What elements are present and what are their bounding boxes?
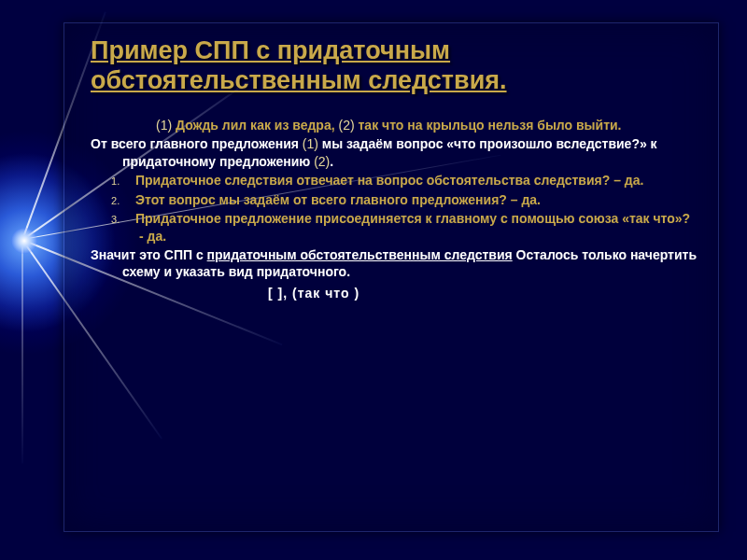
conclusion-a: Значит это СПП с [91, 247, 207, 262]
slide-title: Пример СПП с придаточным обстоятельствен… [91, 36, 698, 96]
example-sentence: (1) Дождь лил как из ведра, (2) так что … [91, 117, 698, 133]
intro-a: От всего главного предложения [91, 136, 303, 151]
slide-body: (1) Дождь лил как из ведра, (2) так что … [91, 117, 698, 302]
example-text-1: Дождь лил как из ведра, [172, 118, 338, 133]
list-item: Придаточное предложение присоединяется к… [91, 210, 698, 245]
content-frame: Пример СПП с придаточным обстоятельствен… [63, 22, 719, 532]
intro-c: . [330, 154, 333, 169]
example-text-2: так что на крыльцо нельзя было выйти. [355, 118, 622, 133]
lens-flare-decoration [0, 159, 56, 327]
conclusion-underlined: придаточным обстоятельственным следствия [207, 247, 513, 262]
schema-formula: [ ], (так что ) [91, 285, 698, 301]
list-item: Придаточное следствия отвечает на вопрос… [91, 172, 698, 189]
intro-n2: (2) [314, 154, 330, 169]
intro-text: От всего главного предложения (1) мы зад… [91, 135, 698, 170]
slide: Пример СПП с придаточным обстоятельствен… [0, 0, 747, 560]
numbered-list: Придаточное следствия отвечает на вопрос… [91, 172, 698, 245]
example-marker-2: (2) [338, 118, 354, 133]
intro-n1: (1) [303, 136, 318, 151]
conclusion-text: Значит это СПП с придаточным обстоятельс… [91, 246, 698, 281]
list-item: Этот вопрос мы задаём от всего главного … [91, 191, 698, 208]
example-marker-1: (1) [156, 118, 172, 133]
